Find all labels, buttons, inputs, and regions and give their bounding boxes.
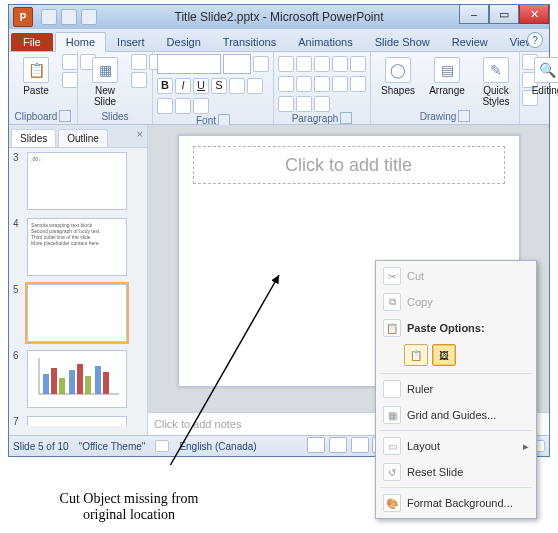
- qat-redo-icon[interactable]: [81, 9, 97, 25]
- cut-icon[interactable]: [62, 54, 78, 70]
- increase-indent-icon[interactable]: [332, 56, 348, 72]
- tab-slideshow[interactable]: Slide Show: [364, 32, 441, 51]
- align-left-icon[interactable]: [278, 76, 294, 92]
- sorter-view-icon[interactable]: [329, 437, 347, 453]
- maximize-button[interactable]: ▭: [489, 5, 519, 24]
- normal-view-icon[interactable]: [307, 437, 325, 453]
- group-paragraph: Paragraph: [274, 52, 371, 124]
- numbering-icon[interactable]: [296, 56, 312, 72]
- drawing-launcher-icon[interactable]: [458, 110, 470, 122]
- thumb-4[interactable]: Sample wrapping text block Second paragr…: [27, 218, 127, 276]
- close-button[interactable]: ✕: [519, 5, 549, 24]
- svg-rect-3: [51, 368, 57, 394]
- tab-insert[interactable]: Insert: [106, 32, 156, 51]
- grow-font-icon[interactable]: [253, 56, 269, 72]
- qat-undo-icon[interactable]: [61, 9, 77, 25]
- ruler-icon: [383, 380, 401, 398]
- chart-icon: [31, 354, 121, 400]
- thumb-number: 5: [13, 284, 23, 295]
- shapes-button[interactable]: ◯ Shapes: [375, 54, 421, 99]
- ctx-grid-guides[interactable]: ▦ Grid and Guides...: [378, 402, 534, 428]
- strike-icon[interactable]: S: [211, 78, 227, 94]
- font-size-combo[interactable]: [223, 54, 251, 74]
- underline-icon[interactable]: U: [193, 78, 209, 94]
- paragraph-launcher-icon[interactable]: [340, 112, 352, 124]
- clipboard-launcher-icon[interactable]: [59, 110, 71, 122]
- group-label-slides: Slides: [82, 111, 148, 124]
- align-right-icon[interactable]: [314, 76, 330, 92]
- ribbon: 📋 Paste Clipboard ▦ New Slide: [9, 52, 549, 125]
- font-name-combo[interactable]: [157, 54, 221, 74]
- svg-rect-9: [103, 372, 109, 394]
- tab-outline[interactable]: Outline: [58, 129, 108, 147]
- reset-icon: ↺: [383, 463, 401, 481]
- title-placeholder[interactable]: Click to add title: [193, 146, 505, 184]
- window-buttons: – ▭ ✕: [459, 5, 549, 24]
- thumb-3[interactable]: :00♀: [27, 152, 127, 210]
- group-drawing: ◯ Shapes ▤ Arrange ✎ Quick Styles: [371, 52, 520, 124]
- text-direction-icon[interactable]: [278, 96, 294, 112]
- character-spacing-icon[interactable]: [247, 78, 263, 94]
- ctx-cut: ✂ Cut: [378, 263, 534, 289]
- tab-design[interactable]: Design: [156, 32, 212, 51]
- thumb-number: 3: [13, 152, 23, 163]
- tab-review[interactable]: Review: [441, 32, 499, 51]
- align-text-icon[interactable]: [296, 96, 312, 112]
- change-case-icon[interactable]: [175, 98, 191, 114]
- arrange-button[interactable]: ▤ Arrange: [424, 54, 470, 99]
- thumb-row[interactable]: 5: [13, 284, 143, 342]
- bold-icon[interactable]: B: [157, 78, 173, 94]
- clear-format-icon[interactable]: [193, 98, 209, 114]
- italic-icon[interactable]: I: [175, 78, 191, 94]
- title-bar: P Title Slide2.pptx - Microsoft PowerPoi…: [9, 5, 549, 29]
- bullets-icon[interactable]: [278, 56, 294, 72]
- paste-button[interactable]: 📋 Paste: [13, 54, 59, 99]
- copy-icon: ⧉: [383, 293, 401, 311]
- tab-home[interactable]: Home: [55, 32, 106, 52]
- ctx-layout[interactable]: ▭ Layout ▸: [378, 433, 534, 459]
- columns-icon[interactable]: [350, 76, 366, 92]
- paste-option-picture[interactable]: 🖼: [432, 344, 456, 366]
- help-icon[interactable]: ?: [527, 32, 543, 48]
- font-color-icon[interactable]: [157, 98, 173, 114]
- thumb-row[interactable]: 6: [13, 350, 143, 408]
- align-center-icon[interactable]: [296, 76, 312, 92]
- tab-transitions[interactable]: Transitions: [212, 32, 287, 51]
- spellcheck-icon[interactable]: [155, 440, 169, 452]
- shapes-icon: ◯: [385, 57, 411, 83]
- minimize-button[interactable]: –: [459, 5, 489, 24]
- layout-icon[interactable]: [131, 54, 147, 70]
- ctx-ruler[interactable]: Ruler: [378, 376, 534, 402]
- quick-styles-button[interactable]: ✎ Quick Styles: [473, 54, 519, 110]
- qat-save-icon[interactable]: [41, 9, 57, 25]
- section-icon[interactable]: [131, 72, 147, 88]
- thumb-7[interactable]: [27, 416, 127, 426]
- ctx-format-background[interactable]: 🎨 Format Background...: [378, 490, 534, 516]
- tab-slides-thumb[interactable]: Slides: [11, 129, 56, 147]
- new-slide-button[interactable]: ▦ New Slide: [82, 54, 128, 110]
- ctx-reset-slide[interactable]: ↺ Reset Slide: [378, 459, 534, 485]
- thumbnail-list[interactable]: 3 :00♀ 4 Sample wrapping text block Seco…: [9, 148, 147, 435]
- separator: [380, 373, 532, 374]
- status-language[interactable]: English (Canada): [179, 441, 256, 452]
- smartart-icon[interactable]: [314, 96, 330, 112]
- reading-view-icon[interactable]: [351, 437, 369, 453]
- paste-label: Paste: [23, 85, 49, 96]
- editing-button[interactable]: 🔍 Editing: [524, 54, 558, 99]
- thumb-6[interactable]: [27, 350, 127, 408]
- justify-icon[interactable]: [332, 76, 348, 92]
- group-label-editing: [524, 122, 558, 124]
- format-painter-icon[interactable]: [62, 72, 78, 88]
- close-pane-icon[interactable]: ×: [137, 128, 143, 140]
- decrease-indent-icon[interactable]: [314, 56, 330, 72]
- tab-file[interactable]: File: [11, 33, 53, 51]
- thumb-row[interactable]: 4 Sample wrapping text block Second para…: [13, 218, 143, 276]
- tab-animations[interactable]: Animations: [287, 32, 363, 51]
- line-spacing-icon[interactable]: [350, 56, 366, 72]
- paste-option-theme[interactable]: 📋: [404, 344, 428, 366]
- thumb-5[interactable]: [27, 284, 127, 342]
- shadow-icon[interactable]: [229, 78, 245, 94]
- thumb-row[interactable]: 3 :00♀: [13, 152, 143, 210]
- layout-icon: ▭: [383, 437, 401, 455]
- thumb-row[interactable]: 7: [13, 416, 143, 427]
